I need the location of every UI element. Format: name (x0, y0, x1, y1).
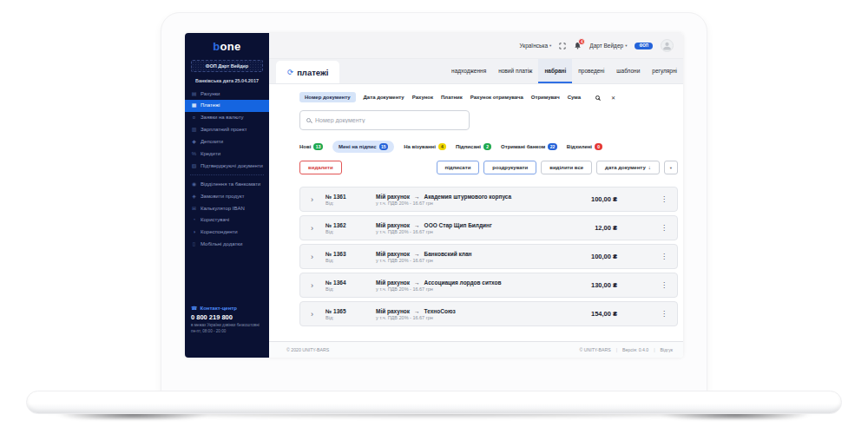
sort-button[interactable]: дата документу ↓ (596, 161, 660, 174)
filter-chip[interactable]: Сума (568, 92, 581, 102)
payments-icon: ▦ (191, 102, 197, 108)
payment-details-cell: Мій рахунок → Банковский клан у т.ч. ПДВ… (376, 251, 591, 263)
status-label: На візуванні (404, 144, 436, 149)
kebab-menu-icon[interactable]: ⋮ (661, 281, 667, 289)
kebab-menu-icon[interactable]: ⋮ (661, 195, 667, 203)
payment-amount: 154,00 ₴ (591, 310, 617, 318)
sidebar-item[interactable]: ▧ Підтверджуючі документи (185, 160, 269, 172)
section-tab[interactable]: проведені (572, 59, 610, 83)
from-label: Від: (326, 286, 376, 292)
filter-chip-label: Дата документу (364, 95, 404, 100)
status-chip[interactable]: Відхилені 0 (567, 141, 602, 153)
status-label: Підписані (456, 144, 481, 149)
contact-note-2: пн-пт, 08:00 - 20:00 (191, 329, 263, 335)
language-selector[interactable]: Українська ▾ (519, 43, 551, 49)
status-chip[interactable]: Нові 13 (299, 141, 323, 153)
user-menu[interactable]: Дарт Вейдер ▾ (589, 43, 627, 49)
section-tab[interactable]: новий платіж (492, 59, 538, 83)
filter-chip-label: Рахунок (412, 95, 433, 100)
status-chip[interactable]: На візуванні 4 (404, 141, 446, 153)
sidebar-item[interactable]: ▯ Мобільні додатки (185, 239, 269, 251)
user-name: Дарт Вейдер (589, 43, 623, 49)
contact-center-link[interactable]: ☎ Контакт-центр (191, 305, 263, 311)
filter-chip[interactable]: Рахунок отримувача (470, 92, 523, 102)
chevron-right-icon[interactable]: › (311, 224, 313, 233)
kebab-menu-icon[interactable]: ⋮ (661, 253, 667, 260)
payment-row[interactable]: › № 1361 Від: Мій рахунок → Академия шту… (299, 187, 678, 212)
actions-right-group: підписати роздрукувати виділити все дата… (437, 161, 678, 174)
sidebar-item-label: Підтверджуючі документи (201, 163, 263, 169)
section-tab[interactable]: набрані (538, 59, 572, 83)
sidebar-item-label: Рахунки (201, 91, 220, 97)
filter-chip[interactable]: Отримувач (531, 92, 560, 102)
app-footer: © 2020 UNITY-BARS © UNITY-BARS | Версія:… (269, 341, 683, 358)
footer-separator: | (616, 347, 617, 352)
bank-date: Банківська дата 25.04.2017 (187, 78, 267, 83)
sidebar-item[interactable]: ◔ Користувачі (185, 214, 269, 227)
filter-chip[interactable]: Платник (441, 92, 463, 102)
filter-chip[interactable]: Дата документу (364, 92, 404, 102)
notifications-bell[interactable]: 4 (574, 42, 582, 49)
payment-row[interactable]: › № 1365 Від: Мій рахунок → ТехноСоюз у … (299, 301, 678, 326)
sidebar-item-label: Мобільні додатки (201, 241, 242, 247)
search-icon[interactable] (595, 95, 600, 100)
sign-button[interactable]: підписати (437, 161, 480, 174)
document-number: № 1365 (326, 308, 376, 314)
chevron-right-icon[interactable]: › (311, 253, 313, 261)
footer-right: © UNITY-BARS | Версія: 0.4.0 | Відгук (579, 347, 673, 352)
credits-icon: % (191, 151, 197, 157)
sidebar-item[interactable]: ¤ Заявки на валюту (185, 112, 269, 124)
sync-icon[interactable]: ⟳ (287, 68, 293, 76)
kebab-menu-icon[interactable]: ⋮ (661, 310, 667, 318)
select-all-button[interactable]: виділити все (541, 161, 592, 174)
sidebar-item[interactable]: ⊞ Калькулятор IBAN (185, 202, 269, 214)
status-count-badge: 4 (438, 143, 446, 150)
recipient-name: Банковский клан (424, 251, 472, 257)
chevron-down-icon: ▾ (670, 166, 672, 170)
sidebar-item[interactable]: ◉ Відділення та банкомати (185, 178, 269, 190)
document-number: № 1364 (326, 279, 376, 286)
sidebar-item-label: Депозити (201, 139, 223, 145)
sidebar-item[interactable]: ◑ Кореспонденти (185, 227, 269, 239)
fullscreen-icon[interactable] (559, 43, 566, 49)
status-label: Нові (299, 144, 311, 149)
document-number: № 1362 (326, 222, 376, 228)
section-tab[interactable]: надходження (445, 59, 492, 83)
print-button[interactable]: роздрукувати (483, 161, 536, 174)
arrow-down-icon: ↓ (648, 165, 651, 170)
section-tab[interactable]: шаблони (610, 59, 646, 83)
payment-row[interactable]: › № 1364 Від: Мій рахунок → Ассоциация л… (299, 273, 678, 298)
chevron-right-icon[interactable]: › (311, 195, 313, 204)
filter-chip-label: Рахунок отримувача (470, 95, 523, 100)
sidebar-item[interactable]: ▤ Рахунки (185, 88, 269, 100)
filter-chip-label: Отримувач (531, 95, 560, 100)
sort-button-label: дата документу (605, 165, 646, 170)
chevron-right-icon[interactable]: › (311, 281, 313, 290)
sidebar-item[interactable]: ◈ Замовити продукт (185, 190, 269, 202)
avatar[interactable] (661, 39, 674, 52)
payment-row[interactable]: › № 1363 Від: Мій рахунок → Банковский к… (299, 244, 678, 269)
search-input[interactable] (315, 117, 463, 123)
kebab-menu-icon[interactable]: ⋮ (661, 224, 667, 232)
payment-amount: 130,00 ₴ (591, 281, 617, 289)
chevron-right-icon[interactable]: › (311, 310, 313, 319)
status-chip[interactable]: Отримані банком 22 (501, 141, 557, 153)
close-icon[interactable]: ✕ (611, 95, 615, 101)
sidebar-item-label: Заявки на валюту (201, 115, 244, 121)
filter-chip[interactable]: Номер документу (299, 92, 356, 102)
filter-chip[interactable]: Рахунок (412, 92, 433, 102)
section-tab[interactable]: регулярні (646, 59, 683, 83)
feedback-link[interactable]: Відгук (661, 347, 673, 352)
status-chip[interactable]: Мені на підпис 15 (332, 141, 394, 153)
status-chip[interactable]: Підписані 2 (456, 141, 491, 153)
payment-details-cell: Мій рахунок → ООО Стар Щип Билдинг у т.ч… (376, 222, 595, 234)
sidebar-item[interactable]: ▥ Зарплатний проект (185, 124, 269, 136)
sidebar-item[interactable]: % Кредити (185, 148, 269, 160)
document-number-cell: № 1361 Від: (326, 194, 376, 206)
delete-button[interactable]: видалити (299, 161, 342, 174)
filter-chip-label: Сума (568, 95, 581, 100)
sidebar-item[interactable]: ▦ Платежі (185, 100, 269, 112)
sort-options-button[interactable]: ▾ (664, 161, 678, 174)
sidebar-item[interactable]: ◆ Депозити (185, 136, 269, 148)
payment-row[interactable]: › № 1362 Від: Мій рахунок → ООО Стар Щип… (299, 215, 678, 240)
